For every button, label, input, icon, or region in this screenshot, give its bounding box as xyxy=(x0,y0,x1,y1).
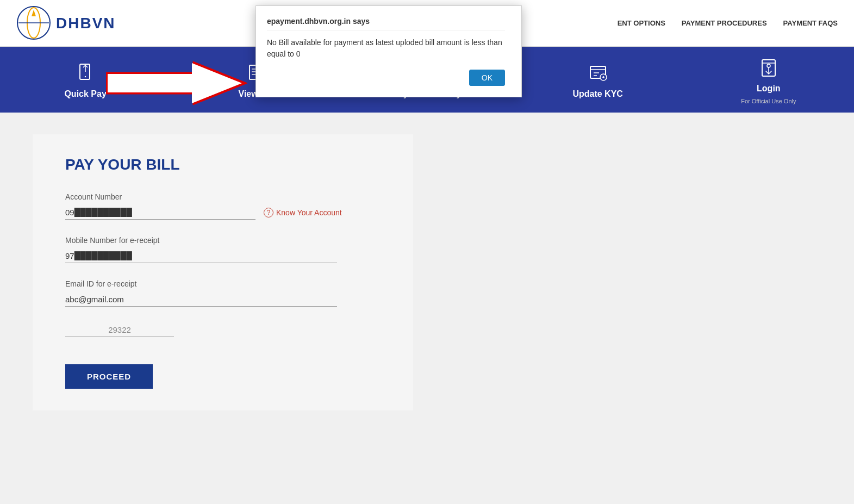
dialog-overlay: epayment.dhbvn.org.in says No Bill avail… xyxy=(0,0,854,504)
dialog-buttons: OK xyxy=(267,70,505,86)
dialog-message: No Bill available for payment as latest … xyxy=(267,37,505,60)
dialog-title: epayment.dhbvn.org.in says xyxy=(267,17,505,30)
alert-dialog: epayment.dhbvn.org.in says No Bill avail… xyxy=(255,5,522,97)
dialog-ok-button[interactable]: OK xyxy=(469,70,505,86)
